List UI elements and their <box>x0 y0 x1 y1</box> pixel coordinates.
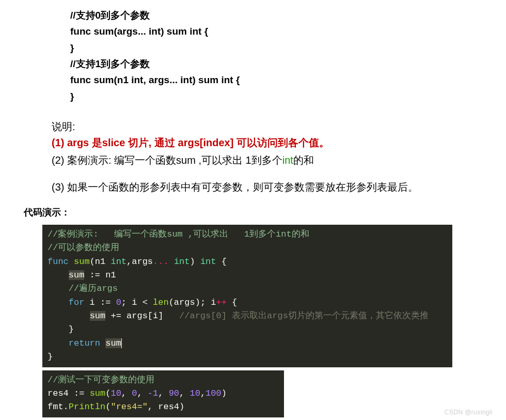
keyword: func <box>48 257 69 267</box>
sum-var: sum <box>105 338 121 348</box>
explain-item-2a: (2) 案例演示: 编写一个函数sum ,可以求出 1到多个 <box>52 154 282 166</box>
text: , <box>121 388 132 398</box>
number: 10 <box>110 388 121 398</box>
sum-var: sum <box>90 311 106 321</box>
type: int <box>174 257 190 267</box>
number: 90 <box>169 388 179 398</box>
brace: } <box>48 352 53 362</box>
text: (n1 <box>90 257 111 267</box>
type: int <box>200 257 216 267</box>
keyword: return <box>69 338 100 348</box>
text: := n1 <box>84 270 116 280</box>
operator: ... <box>153 257 169 267</box>
syntax-line: } <box>70 40 506 56</box>
paren: ( <box>105 388 110 398</box>
comment: //遍历args <box>69 284 118 293</box>
text: { <box>227 298 237 307</box>
syntax-line: //支持0到多个参数 <box>70 7 506 23</box>
paren: ) <box>222 388 227 398</box>
paren: ( <box>105 402 110 412</box>
text: ) <box>189 257 200 267</box>
text: , <box>200 388 205 398</box>
string: "res4=" <box>110 402 147 412</box>
explanation-label: 说明: <box>52 120 506 134</box>
brace: } <box>69 324 74 334</box>
text: ; i < <box>121 298 153 307</box>
explain-item-1: (1) args 是slice 切片, 通过 args[index] 可以访问到… <box>52 134 506 151</box>
code-line: //可以参数的使用 <box>48 243 119 253</box>
text: += args[i] <box>105 311 179 321</box>
watermark: CSDN @ruxingli <box>445 409 493 416</box>
explain-item-2: (2) 案例演示: 编写一个函数sum ,可以求出 1到多个int的和 <box>52 151 506 169</box>
text: { <box>216 257 227 267</box>
text: (args); i <box>169 298 216 307</box>
number: 0 <box>132 388 137 398</box>
sum-var: sum <box>69 270 85 280</box>
section-title: 代码演示： <box>24 206 506 219</box>
text: i := <box>84 298 116 307</box>
text: , <box>158 388 168 398</box>
syntax-line: //支持1到多个参数 <box>70 56 506 72</box>
keyword: for <box>69 298 85 307</box>
number: -1 <box>148 388 158 398</box>
explain-item-3: (3) 如果一个函数的形参列表中有可变参数，则可变参数需要放在形参列表最后。 <box>52 179 506 195</box>
text: res4 := <box>48 388 90 398</box>
number: 10 <box>189 388 200 398</box>
cursor-icon <box>121 338 122 348</box>
text: , res4) <box>148 402 184 412</box>
explanation-list: (1) args 是slice 切片, 通过 args[index] 可以访问到… <box>52 134 506 195</box>
syntax-block: //支持0到多个参数 func sum(args... int) sum int… <box>70 7 506 104</box>
text: , <box>179 388 189 398</box>
type: int <box>110 257 126 267</box>
code-line: //案例演示: 编写一个函数sum ,可以求出 1到多个int的和 <box>48 229 309 239</box>
text: ,args <box>126 257 153 267</box>
text: , <box>137 388 147 398</box>
number: 100 <box>205 388 222 398</box>
syntax-line: func sum(n1 int, args... int) sum int { <box>70 72 506 88</box>
function-name: sum <box>74 257 90 267</box>
function: sum <box>90 388 106 398</box>
code-block-2: //测试一下可变参数的使用 res4 := sum(10, 0, -1, 90,… <box>42 370 284 417</box>
explain-item-2c: 的和 <box>293 154 314 166</box>
number: 0 <box>116 298 121 307</box>
explain-item-2b: int <box>282 154 293 166</box>
text: fmt. <box>48 402 69 412</box>
function: Println <box>69 402 105 412</box>
operator: ++ <box>216 298 227 307</box>
function: len <box>153 298 169 307</box>
code-block-1: //案例演示: 编写一个函数sum ,可以求出 1到多个int的和 //可以参数… <box>42 225 452 367</box>
syntax-line: } <box>70 88 506 104</box>
comment: //args[0] 表示取出args切片的第一个元素值，其它依次类推 <box>179 311 429 321</box>
syntax-line: func sum(args... int) sum int { <box>70 23 506 39</box>
comment: //测试一下可变参数的使用 <box>48 375 154 385</box>
